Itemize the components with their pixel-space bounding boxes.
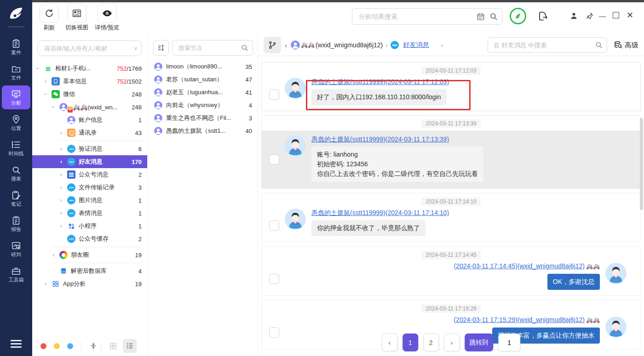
tree-node-decrypted-db[interactable]: 解密后数据库 4 — [32, 265, 147, 277]
calendar-icon[interactable] — [476, 12, 485, 21]
chevron-right-icon[interactable] — [60, 197, 67, 203]
sidebar-item-search[interactable]: 搜索 — [2, 161, 30, 185]
sidebar-item-case[interactable]: 案件 — [2, 35, 30, 59]
chevron-right-icon[interactable] — [52, 252, 59, 258]
tree-node-contacts[interactable]: 通讯录 43 — [32, 126, 147, 139]
message-checkbox[interactable] — [269, 90, 279, 100]
close-button[interactable]: ✕ — [627, 11, 633, 19]
tree-node-wechat[interactable]: 微信 248 — [32, 88, 147, 101]
page-button-2[interactable]: 2 — [423, 333, 439, 351]
chevron-right-icon[interactable] — [45, 78, 52, 85]
chevron-down-icon[interactable] — [45, 91, 52, 97]
jump-page-input[interactable] — [498, 333, 520, 351]
sidebar-item-research[interactable]: 研判 — [2, 237, 30, 261]
tree-node-device[interactable]: 检材1-手机i... 752/1769 — [32, 62, 147, 75]
minimize-button[interactable]: — — [599, 12, 606, 19]
sidebar-item-location[interactable]: 位置 — [2, 111, 30, 135]
contact-row[interactable]: 愚蠢的土拨鼠（sstt1... 40 — [148, 124, 258, 137]
user-account-icon[interactable] — [569, 11, 578, 20]
contact-row[interactable]: limoon（limoon890... 35 — [148, 60, 258, 73]
sort-button[interactable] — [153, 40, 169, 56]
breadcrumb-back-chevron[interactable]: ‹ — [285, 41, 287, 49]
chevron-down-icon[interactable] — [52, 104, 59, 110]
chevron-down-icon[interactable] — [37, 65, 44, 72]
export-icon[interactable] — [537, 11, 548, 22]
sidebar-item-timeline[interactable]: 时间线 — [2, 136, 30, 160]
node-search-input[interactable] — [178, 44, 241, 52]
message-bubble[interactable]: OK，多谢沈总 — [547, 274, 600, 290]
search-icon[interactable] — [595, 41, 603, 49]
section-search-input[interactable] — [493, 41, 595, 49]
holder-filter-input[interactable] — [43, 45, 132, 52]
sender-link[interactable]: 愚蠢的土拨鼠(sstt119999)(2024-03-11 17:13:39) — [311, 136, 449, 143]
brand-status-badge[interactable] — [510, 8, 526, 24]
sender-link[interactable]: 愚蠢的土拨鼠(sstt119999)(2024-03-11 17:12:03) — [311, 78, 449, 85]
chevron-right-icon[interactable] — [60, 171, 67, 178]
breadcrumb-section[interactable]: 好友消息 — [403, 41, 429, 49]
jump-to-button[interactable]: 跳转到 — [465, 333, 494, 351]
collapse-all-icon[interactable] — [89, 342, 98, 350]
tree-node-official-cache[interactable]: 公众号缓存 2 — [32, 232, 147, 245]
contact-row[interactable]: 老苏（sutan_sutan） 47 — [148, 73, 258, 86]
sender-link[interactable]: (2024-03-11 17:14:45)(wxid_wnigmud8aj6j1… — [454, 262, 600, 271]
blue-tag-dot[interactable] — [67, 343, 73, 349]
contact-row[interactable]: 赵老五（luguanhua... 41 — [148, 86, 258, 99]
contact-row[interactable]: 向前走（whysnswy） 4 — [148, 99, 258, 112]
tree-node-basic-info[interactable]: 基本信息 752/1502 — [32, 75, 147, 88]
tree-node-image-messages[interactable]: 图片消息 1 — [32, 194, 147, 207]
message-checkbox[interactable] — [269, 328, 279, 338]
chevron-right-icon[interactable] — [60, 184, 67, 191]
sender-link[interactable]: 愚蠢的土拨鼠(sstt119999)(2024-03-11 17:14:10) — [311, 209, 449, 216]
search-icon[interactable] — [241, 44, 249, 52]
chevron-right-icon[interactable] — [45, 281, 52, 287]
grid-view-icon[interactable] — [109, 342, 117, 350]
global-search-input[interactable] — [358, 12, 476, 21]
list-view-button[interactable] — [123, 339, 137, 353]
tree-node-miniprogram[interactable]: 小程序 1 — [32, 220, 147, 232]
search-icon[interactable] — [489, 12, 498, 21]
chevron-right-icon[interactable] — [60, 146, 67, 152]
maximize-button[interactable] — [613, 12, 619, 18]
detail-preview-button[interactable]: 详情/预览 — [95, 4, 119, 32]
page-button-1[interactable]: 1 — [402, 333, 418, 351]
pin-icon[interactable] — [585, 11, 594, 20]
sender-link[interactable]: (2024-03-11 17:15:29)(wxid_wnigmud8aj6j1… — [454, 316, 600, 324]
message-bubble[interactable]: 你的押金我就不收了，毕竟那么熟了 — [311, 220, 426, 236]
advanced-search-button[interactable]: 高级 — [614, 40, 638, 50]
relation-graph-button[interactable] — [264, 37, 281, 53]
chevron-right-icon[interactable] — [60, 158, 67, 165]
vertical-scrollbar[interactable] — [640, 118, 643, 210]
holder-filter-select[interactable]: ∨ — [38, 40, 142, 56]
message-checkbox[interactable] — [269, 154, 279, 164]
prev-page-button[interactable]: ‹ — [382, 333, 397, 351]
next-page-button[interactable]: › — [444, 333, 460, 351]
tree-node-wxid-account[interactable]: ¥ 🚑🚑(wxid_wn... 248 — [32, 101, 147, 113]
chevron-right-icon[interactable] — [60, 130, 67, 136]
tree-node-account-info[interactable]: 账户信息 1 — [32, 113, 147, 126]
hamburger-menu-icon[interactable] — [11, 338, 22, 350]
message-bubble[interactable]: 好了，国内入口192.168.110.110:8000/login — [311, 89, 447, 105]
sidebar-item-report[interactable]: 报告 — [2, 212, 30, 236]
chevron-right-icon[interactable] — [60, 223, 67, 229]
sidebar-item-files[interactable]: 文件 — [2, 60, 30, 84]
tree-node-official-messages[interactable]: 公众号消息 2 — [32, 168, 147, 181]
sidebar-item-notes[interactable]: 笔记 — [2, 186, 30, 210]
tree-node-app-analysis[interactable]: App分析 19 — [32, 277, 147, 290]
switch-view-button[interactable]: 切换视图 — [65, 4, 88, 32]
sidebar-item-toolbox[interactable]: 工具箱 — [2, 262, 30, 286]
message-bubble[interactable]: 账号: lianhong初始密码: 123456你自己上去改个密码，你是二级代理… — [311, 147, 483, 182]
tree-node-verify-messages[interactable]: 验证消息 6 — [32, 142, 147, 155]
breadcrumb-forward-chevron[interactable]: › — [441, 42, 443, 49]
tree-node-friend-messages[interactable]: 好友消息 170 — [32, 155, 147, 168]
red-tag-dot[interactable] — [40, 343, 46, 349]
tree-node-file-transfer[interactable]: 文件传输记录 3 — [32, 181, 147, 194]
sidebar-item-analysis[interactable]: 分析 — [2, 85, 30, 109]
message-checkbox[interactable] — [269, 220, 279, 231]
refresh-button[interactable]: 刷新 — [40, 4, 59, 32]
contact-row[interactable]: 重生之再也不网恋（Fil... 3 — [148, 112, 258, 124]
yellow-tag-dot[interactable] — [54, 343, 60, 349]
breadcrumb-account[interactable]: (wxid_wnigmud8aj6j12) — [316, 41, 383, 49]
chevron-right-icon[interactable] — [60, 210, 67, 216]
message-checkbox[interactable] — [269, 274, 279, 284]
tree-node-emoji-messages[interactable]: 表情消息 1 — [32, 207, 147, 220]
